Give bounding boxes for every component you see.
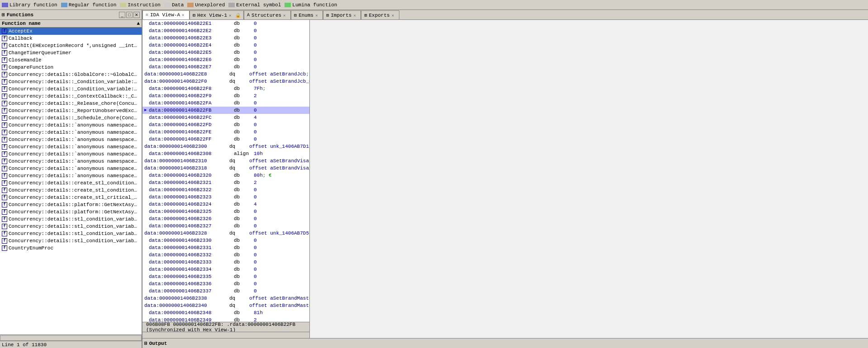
function-list-item[interactable]: fCountryEnumProc xyxy=(0,245,142,252)
asm-mnemonic: db xyxy=(234,21,252,26)
function-list-item[interactable]: fConcurrency::details::`anonymous namesp… xyxy=(0,122,142,129)
functions-title-label: Functions xyxy=(7,12,33,18)
function-list-item[interactable]: fConcurrency::details::platform::GetNext… xyxy=(0,201,142,208)
asm-row[interactable]: data:00000001406B2330db0 xyxy=(142,237,309,244)
ida-view-close-icon[interactable]: ✕ xyxy=(182,13,186,17)
tab-imports[interactable]: ⊞ Imports ✕ xyxy=(323,10,361,19)
function-list-item[interactable]: fConcurrency::details::`anonymous namesp… xyxy=(0,143,142,150)
asm-row[interactable]: data:00000001406B2348db81h xyxy=(142,309,309,316)
asm-row[interactable]: data:00000001406B2327db0 xyxy=(142,222,309,230)
hex-view-content[interactable] xyxy=(310,20,868,338)
asm-mnemonic: db xyxy=(234,108,252,113)
asm-row[interactable]: data:00000001406B22E5db0 xyxy=(142,49,309,56)
asm-row[interactable]: data:00000001406B22FAdb0 xyxy=(142,99,309,107)
panel-close-button[interactable]: ✕ xyxy=(133,12,140,18)
function-list-item[interactable]: fConcurrency::details::`anonymous namesp… xyxy=(0,158,142,165)
hex-view-close-icon[interactable]: ✕ xyxy=(229,13,233,18)
asm-row[interactable]: data:00000001406B2324db4 xyxy=(142,201,309,208)
asm-row[interactable]: data:00000001406B22F0dqoffset aSetBrandJ… xyxy=(142,78,309,85)
asm-row[interactable]: data:00000001406B22F9db2 xyxy=(142,92,309,99)
asm-row[interactable]: data:00000001406B22E2db0 xyxy=(142,27,309,34)
asm-row[interactable]: data:00000001406B2337db0 xyxy=(142,287,309,295)
tab-enums[interactable]: ⊞ Enums ✕ xyxy=(291,10,323,19)
function-list-item[interactable]: fConcurrency::details::_Condition_variab… xyxy=(0,85,142,93)
asm-row[interactable]: data:00000001406B2320db80h ; € xyxy=(142,172,309,179)
exports-close-icon[interactable]: ✕ xyxy=(392,13,396,18)
function-list-item[interactable]: fConcurrency::details::create_stl_critic… xyxy=(0,194,142,201)
asm-row[interactable]: data:00000001406B2325db0 xyxy=(142,208,309,215)
asm-row[interactable]: data:00000001406B2333db0 xyxy=(142,259,309,266)
function-list-item[interactable]: fCatchIt(EHExceptionRecord *,unsigned __… xyxy=(0,42,142,49)
function-item-name: Concurrency::details::create_stl_conditi… xyxy=(9,180,140,186)
asm-row[interactable]: data:00000001406B22E4db0 xyxy=(142,42,309,49)
functions-list[interactable]: fAcceptExfCallbackfCatchIt(EHExceptionRe… xyxy=(0,28,142,334)
imports-close-icon[interactable]: ✕ xyxy=(353,13,358,18)
function-list-item[interactable]: fConcurrency::details::stl_condition_var… xyxy=(0,216,142,223)
asm-row[interactable]: data:00000001406B2300dqoffset unk_1406AB… xyxy=(142,143,309,150)
asm-row[interactable]: data:00000001406B2308align10h xyxy=(142,150,309,157)
function-list-item[interactable]: fConcurrency::details::`anonymous namesp… xyxy=(0,136,142,143)
function-list-item[interactable]: fConcurrency::details::`anonymous namesp… xyxy=(0,172,142,179)
ida-scrollbar-h[interactable] xyxy=(142,332,309,338)
function-list-item[interactable]: fConcurrency::details::create_stl_condit… xyxy=(0,187,142,194)
asm-row[interactable]: data:00000001406B2335db0 xyxy=(142,273,309,280)
asm-row[interactable]: data:00000001406B2321db2 xyxy=(142,179,309,186)
function-list-item[interactable]: fConcurrency::details::platform::GetNext… xyxy=(0,208,142,216)
tab-exports[interactable]: ⊞ Exports ✕ xyxy=(361,10,399,19)
function-list-item[interactable]: fConcurrency::details::stl_condition_var… xyxy=(0,223,142,230)
asm-row[interactable]: data:00000001406B2322db0 xyxy=(142,186,309,193)
function-list-item[interactable]: fConcurrency::details::`anonymous namesp… xyxy=(0,129,142,136)
asm-row[interactable]: data:00000001406B22E6db0 xyxy=(142,56,309,63)
asm-row[interactable]: data:00000001406B22F8db7Fh ; xyxy=(142,85,309,92)
asm-row[interactable]: data:00000001406B22FFdb0 xyxy=(142,136,309,143)
function-list-item[interactable]: fConcurrency::details::_Release_chore(Co… xyxy=(0,100,142,107)
asm-row[interactable]: data:00000001406B22E1db0 xyxy=(142,20,309,27)
asm-row[interactable]: data:00000001406B2328dqoffset unk_1406AB… xyxy=(142,230,309,237)
function-list-item[interactable]: fChangeTimerQueueTimer xyxy=(0,49,142,56)
structures-close-icon[interactable]: ✕ xyxy=(283,13,288,18)
function-list-item[interactable]: fConcurrency::details::_ContextCallback:… xyxy=(0,93,142,100)
panel-minimize-button[interactable]: _ xyxy=(119,12,125,18)
function-list-item[interactable]: fConcurrency::details::GlobalCore::~Glob… xyxy=(0,71,142,78)
asm-row[interactable]: data:00000001406B22E3db0 xyxy=(142,34,309,42)
function-list-item[interactable]: fCallback xyxy=(0,35,142,42)
asm-row[interactable]: data:00000001406B2332db0 xyxy=(142,251,309,259)
panel-restore-button[interactable]: □ xyxy=(126,12,133,18)
function-list-item[interactable]: fConcurrency::details::stl_condition_var… xyxy=(0,237,142,245)
asm-row[interactable]: data:00000001406B2318dqoffset aSetBrandV… xyxy=(142,165,309,172)
tab-structures[interactable]: A Structures ✕ xyxy=(244,10,291,19)
function-list-item[interactable]: fConcurrency::details::stl_condition_var… xyxy=(0,230,142,237)
asm-row[interactable]: data:00000001406B22FCdb4 xyxy=(142,114,309,121)
function-list-item[interactable]: fCompareFunction xyxy=(0,64,142,71)
asm-row[interactable]: data:00000001406B2310dqoffset aSetBrandV… xyxy=(142,157,309,165)
asm-row[interactable]: data:00000001406B22FDdb0 xyxy=(142,121,309,128)
asm-row[interactable]: data:00000001406B2326db0 xyxy=(142,215,309,222)
asm-row[interactable]: data:00000001406B2331db0 xyxy=(142,244,309,251)
function-list-item[interactable]: fConcurrency::details::`anonymous namesp… xyxy=(0,165,142,172)
asm-row[interactable]: data:00000001406B22E7db0 xyxy=(142,63,309,71)
asm-row[interactable]: data:00000001406B2338dqoffset aSetBrandM… xyxy=(142,295,309,302)
function-list-item[interactable]: fCloseHandle xyxy=(0,56,142,64)
function-list-item[interactable]: fAcceptEx xyxy=(0,28,142,35)
asm-row[interactable]: data:00000001406B2340dqoffset aSetBrandM… xyxy=(142,302,309,309)
function-list-item[interactable]: fConcurrency::details::`anonymous namesp… xyxy=(0,150,142,158)
asm-row[interactable]: data:00000001406B2334db0 xyxy=(142,266,309,273)
function-list-item[interactable]: fConcurrency::details::create_stl_condit… xyxy=(0,179,142,187)
enums-close-icon[interactable]: ✕ xyxy=(315,13,320,18)
functions-scrollbar-h[interactable] xyxy=(0,334,142,341)
tab-hex-view[interactable]: ⊞ Hex View-1 ✕ 🔒 xyxy=(190,10,244,19)
asm-row[interactable]: data:00000001406B22FEdb0 xyxy=(142,128,309,136)
functions-icon: ⊞ xyxy=(2,12,5,18)
ida-view-content[interactable]: data:00000001406B22E1db0 data:0000000140… xyxy=(142,20,309,322)
asm-row[interactable]: data:00000001406B2349db2 xyxy=(142,316,309,322)
function-list-item[interactable]: fConcurrency::details::_ReportUnobserved… xyxy=(0,107,142,114)
function-list-item[interactable]: fConcurrency::details::_Condition_variab… xyxy=(0,78,142,85)
function-item-name: Concurrency::details::`anonymous namespa… xyxy=(9,122,140,128)
asm-row[interactable]: ►data:00000001406B22FBdb0 xyxy=(142,107,309,114)
tab-ida-view[interactable]: ≡ IDA View-A ✕ xyxy=(142,10,190,19)
asm-row[interactable]: data:00000001406B2323db0 xyxy=(142,193,309,201)
asm-row[interactable]: data:00000001406B22E8dqoffset aSetBrandJ… xyxy=(142,71,309,78)
asm-mnemonic: db xyxy=(234,42,252,48)
asm-row[interactable]: data:00000001406B2336db0 xyxy=(142,280,309,287)
function-list-item[interactable]: fConcurrency::details::_Schedule_chore(C… xyxy=(0,114,142,122)
